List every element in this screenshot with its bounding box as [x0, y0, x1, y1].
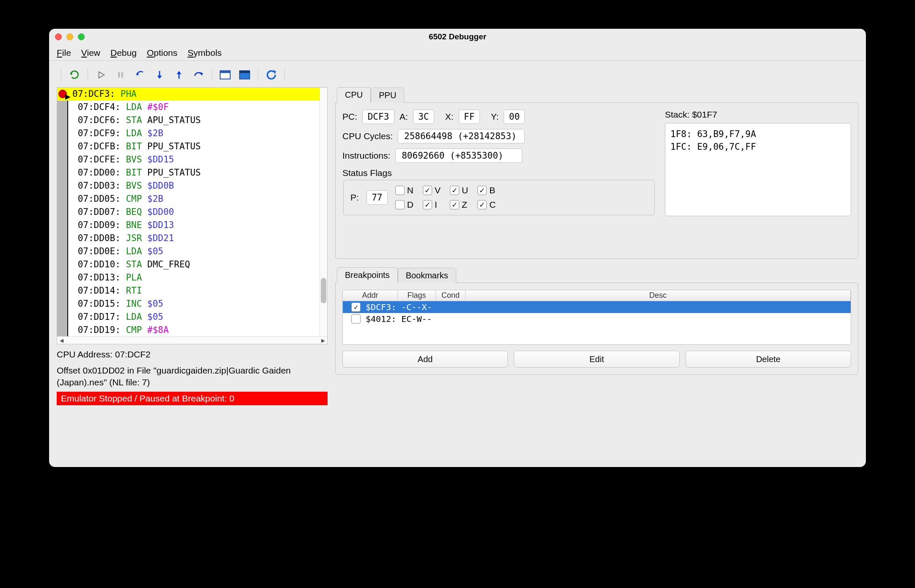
y-label: Y:	[491, 112, 499, 122]
flags-title: Status Flags	[342, 168, 656, 178]
toolbar	[49, 63, 866, 87]
tab-breakpoints[interactable]: Breakpoints	[337, 267, 398, 283]
disasm-line[interactable]: 07:DD19: CMP #$8A	[57, 324, 320, 336]
refresh-icon[interactable]	[262, 67, 280, 83]
svg-rect-0	[118, 72, 120, 77]
disasm-line[interactable]: 07:DD14: RTI	[57, 284, 320, 297]
disasm-line[interactable]: 07:DD00: BIT PPU_STATUS	[57, 166, 320, 179]
reload-icon[interactable]	[66, 67, 83, 83]
status-flags-group: P: 77 N✓V✓U✓BD✓I✓Z✓C	[343, 180, 655, 215]
menu-symbols[interactable]: Symbols	[187, 48, 222, 58]
flag-n-checkbox[interactable]: N	[395, 185, 413, 195]
pc-field[interactable]: DCF3	[362, 110, 394, 124]
disasm-line[interactable]: 07:DD09: BNE $DD13	[57, 219, 320, 232]
menu-options[interactable]: Options	[147, 48, 177, 58]
file-offset-label: Offset 0x01DD02 in File "guardicgaiden.z…	[57, 365, 328, 388]
cpu-address-label: CPU Address: 07:DCF2	[57, 349, 328, 360]
disasm-line[interactable]: 07:DD17: LDA $05	[57, 310, 320, 324]
disasm-line[interactable]: 07:DD15: INC $05	[57, 297, 320, 310]
window-dark-icon[interactable]	[236, 67, 254, 83]
bp-row[interactable]: ✓$DCF3: -C--X-	[343, 301, 851, 313]
disasm-code: ▶07:DCF3: PHA 07:DCF4: LDA #$0F 07:DCF6:…	[57, 88, 320, 336]
disasm-line[interactable]: 07:DCF6: STA APU_STATUS	[57, 114, 320, 127]
bp-col-addr[interactable]: Addr	[343, 290, 398, 301]
disasm-line[interactable]: 07:DCFB: BIT PPU_STATUS	[57, 140, 320, 153]
menu-file[interactable]: File	[57, 48, 71, 58]
flag-u-checkbox[interactable]: ✓U	[450, 185, 468, 195]
flag-i-checkbox[interactable]: ✓I	[423, 200, 441, 210]
scroll-right-icon[interactable]: ▶	[320, 338, 326, 343]
flag-z-checkbox[interactable]: ✓Z	[450, 200, 468, 210]
x-label: X:	[445, 112, 454, 122]
disasm-line[interactable]: 07:DCF9: LDA $2B	[57, 127, 320, 140]
bp-header: Addr Flags Cond Desc	[343, 290, 851, 301]
step-over-icon[interactable]	[190, 67, 207, 83]
step-into-icon[interactable]	[151, 67, 168, 83]
window-title: 6502 Debugger	[49, 32, 866, 41]
run-icon[interactable]	[92, 67, 110, 83]
flag-b-checkbox[interactable]: ✓B	[477, 185, 496, 195]
disasm-line[interactable]: 07:DCFE: BVS $DD15	[57, 153, 320, 166]
bp-col-desc[interactable]: Desc	[466, 290, 851, 301]
svg-rect-5	[220, 71, 230, 73]
window-light-icon[interactable]	[216, 67, 234, 83]
cpu-tabhost: CPU PPU PC: DCF3 A: 3C X:	[335, 87, 858, 259]
instr-field[interactable]: 80692660 (+8535300)	[395, 148, 522, 163]
bp-table[interactable]: Addr Flags Cond Desc ✓$DCF3: -C--X-$4012…	[342, 290, 851, 345]
bp-pane: Addr Flags Cond Desc ✓$DCF3: -C--X-$4012…	[335, 283, 858, 375]
menubar: File View Debug Options Symbols	[49, 45, 866, 61]
menu-view[interactable]: View	[81, 48, 100, 58]
debugger-window: 6502 Debugger File View Debug Options Sy…	[49, 29, 866, 467]
cycles-label: CPU Cycles:	[342, 131, 393, 141]
bp-tabhost: Breakpoints Bookmarks Addr Flags Cond De…	[335, 267, 858, 375]
p-label: P:	[350, 192, 359, 203]
status-bar: Emulator Stopped / Paused at Breakpoint:…	[57, 392, 328, 405]
disasm-line[interactable]: ▶07:DCF3: PHA	[57, 88, 320, 101]
disasm-line[interactable]: 07:DD10: STA DMC_FREQ	[57, 258, 320, 271]
a-field[interactable]: 3C	[413, 110, 434, 124]
stack-label: Stack: $01F7	[665, 110, 851, 120]
menu-debug[interactable]: Debug	[110, 48, 137, 58]
disasm-line[interactable]: 07:DD13: PLA	[57, 271, 320, 284]
edit-button[interactable]: Edit	[514, 351, 679, 368]
y-field[interactable]: 00	[504, 110, 525, 124]
stack-view[interactable]: 1F8: 63,B9,F7,9A 1FC: E9,06,7C,FF	[665, 123, 851, 216]
disasm-line[interactable]: 07:DD07: BEQ $DD00	[57, 206, 320, 219]
disasm-line[interactable]: 07:DD05: CMP $2B	[57, 192, 320, 206]
svg-rect-7	[240, 71, 250, 73]
disasm-line[interactable]: 07:DD03: BVS $DD0B	[57, 179, 320, 192]
tab-bookmarks[interactable]: Bookmarks	[398, 268, 456, 283]
add-button[interactable]: Add	[342, 351, 508, 368]
svg-rect-1	[121, 72, 123, 77]
disasm-line[interactable]: 07:DCF4: LDA #$0F	[57, 101, 320, 114]
pause-icon[interactable]	[112, 67, 130, 83]
bp-col-flags[interactable]: Flags	[398, 290, 436, 301]
flag-d-checkbox[interactable]: D	[395, 200, 413, 210]
delete-button[interactable]: Delete	[686, 351, 851, 368]
disassembly-view[interactable]: ▶07:DCF3: PHA 07:DCF4: LDA #$0F 07:DCF6:…	[57, 87, 328, 344]
disasm-line[interactable]: 07:DD0E: LDA $05	[57, 245, 320, 258]
cycles-field[interactable]: 258664498 (+28142853)	[398, 129, 525, 143]
step-out-icon[interactable]	[170, 67, 188, 83]
cpu-pane: PC: DCF3 A: 3C X: FF Y: 00	[335, 102, 858, 259]
titlebar: 6502 Debugger	[49, 29, 866, 45]
instr-label: Instructions:	[342, 151, 390, 161]
disasm-line[interactable]: 07:DD0B: JSR $DD21	[57, 232, 320, 245]
flag-c-checkbox[interactable]: ✓C	[477, 200, 496, 210]
a-label: A:	[400, 112, 408, 122]
bp-col-cond[interactable]: Cond	[436, 290, 466, 301]
tab-cpu[interactable]: CPU	[337, 87, 371, 103]
step-back-icon[interactable]	[131, 67, 149, 83]
p-field[interactable]: 77	[367, 190, 388, 205]
horizontal-scrollbar[interactable]: ◀ ▶	[57, 336, 327, 344]
pc-label: PC:	[342, 112, 357, 122]
bp-row[interactable]: $4012: EC-W--	[343, 313, 851, 325]
scroll-left-icon[interactable]: ◀	[58, 338, 65, 343]
x-field[interactable]: FF	[459, 110, 480, 124]
vertical-scrollbar[interactable]	[320, 88, 327, 336]
flag-v-checkbox[interactable]: ✓V	[423, 185, 441, 195]
tab-ppu[interactable]: PPU	[371, 88, 404, 103]
